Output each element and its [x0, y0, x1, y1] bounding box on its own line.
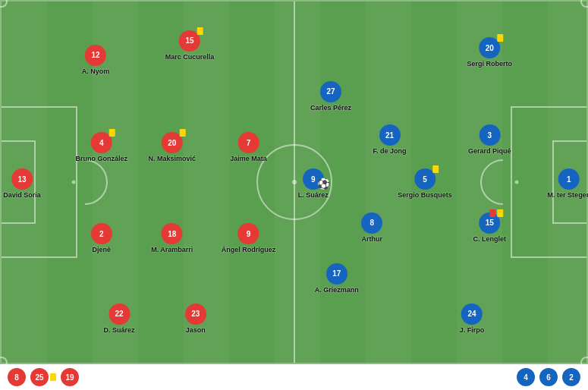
player-number: 22	[115, 310, 123, 318]
player-circle: 9	[238, 223, 259, 244]
player-m-ter-stegen[interactable]: 1 M. ter Stegen	[548, 168, 588, 199]
player-number: 12	[91, 51, 99, 59]
player-number: 20	[168, 139, 176, 147]
bottom-bar: 82519 462	[0, 364, 588, 390]
player-sergi-roberto[interactable]: 20 Sergi Roberto	[467, 37, 512, 68]
player-circle: 15	[179, 30, 200, 52]
player-n-maksimovic[interactable]: 20 N. Maksimović	[148, 132, 196, 162]
player-name: Marc Cucurella	[165, 53, 215, 61]
player-number: 7	[247, 139, 251, 147]
player-name: J. Firpo	[460, 326, 485, 334]
player-marc-cucurella[interactable]: 15 Marc Cucurella	[165, 30, 215, 61]
home-badge-8: 8	[8, 368, 26, 386]
second-yellow-card-icon	[497, 209, 503, 217]
player-number: 3	[487, 131, 492, 140]
away-badge-2: 2	[562, 368, 580, 386]
away-badge-6: 6	[539, 368, 558, 386]
player-jason[interactable]: 23 Jason	[185, 304, 206, 334]
player-number: 1	[567, 175, 571, 184]
badge-number: 8	[8, 368, 26, 386]
player-c-lenglet[interactable]: 15 C. Lenglet	[473, 212, 506, 243]
player-bruno-gonzalez[interactable]: 4 Bruno González	[75, 132, 127, 162]
player-number: 27	[326, 87, 335, 96]
player-name: N. Maksimović	[148, 155, 196, 162]
player-number: 9	[247, 230, 251, 238]
yellow-card-icon	[497, 34, 503, 42]
player-circle: 23	[185, 304, 206, 325]
player-sergio-busquets[interactable]: 5 Sergio Busquets	[398, 168, 452, 199]
penalty-dot-left	[72, 181, 76, 184]
player-name: Bruno González	[75, 155, 127, 162]
player-number: 2	[99, 230, 104, 238]
away-badge-4: 4	[517, 368, 535, 386]
center-dot	[292, 180, 297, 184]
badge-number: 25	[30, 368, 49, 386]
player-number: 18	[168, 230, 176, 238]
yellow-card-icon	[180, 129, 186, 137]
player-circle: 17	[326, 263, 347, 285]
penalty-dot-right	[515, 181, 519, 184]
player-name: A. Nyom	[82, 68, 110, 75]
player-carles-perez[interactable]: 27 Carles Pérez	[310, 81, 351, 112]
player-gerard-pique[interactable]: 3 Gerard Piqué	[468, 124, 511, 155]
player-djene[interactable]: 2 Djenè	[91, 223, 112, 253]
player-name: F. de Jong	[373, 147, 406, 155]
corner-br	[580, 357, 588, 369]
player-circle: 7	[238, 132, 259, 153]
player-a-nyom[interactable]: 12 A. Nyom	[82, 45, 110, 75]
player-name: Jaime Mata	[230, 155, 267, 162]
player-angel-rodriguez[interactable]: 9 Ángel Rodríguez	[222, 223, 276, 253]
player-number: 4	[99, 139, 104, 147]
player-number: 5	[423, 175, 427, 184]
home-badge-25: 25	[30, 368, 56, 386]
player-f-de-jong[interactable]: 21 F. de Jong	[373, 124, 406, 155]
player-number: 8	[369, 219, 374, 227]
player-name: Sergio Busquets	[398, 191, 452, 199]
player-arthur[interactable]: 8 Arthur	[361, 212, 382, 243]
badge-number: 19	[61, 368, 79, 386]
home-badge-19: 19	[61, 368, 79, 386]
player-number: 24	[467, 310, 476, 318]
player-j-firpo[interactable]: 24 J. Firpo	[460, 304, 485, 334]
corner-tr	[580, 0, 588, 8]
player-name: David Soria	[3, 191, 41, 199]
player-david-soria[interactable]: 13 David Soria	[3, 168, 41, 199]
home-substitutes: 82519	[8, 368, 79, 386]
player-a-griezmann[interactable]: 17 A. Griezmann	[315, 263, 359, 294]
player-name: Djenè	[92, 246, 111, 253]
player-name: L. Suárez	[298, 191, 329, 199]
player-circle: 18	[162, 223, 183, 244]
player-circle: 21	[379, 124, 400, 146]
badge-yellow-card-icon	[50, 373, 56, 381]
player-circle: 2	[91, 223, 112, 244]
football-pitch: 13 David Soria 12 A. Nyom 15 Marc Cucure…	[0, 0, 588, 364]
player-circle: 8	[361, 212, 382, 234]
player-d-suarez[interactable]: 22 D. Suárez	[103, 304, 134, 334]
player-circle: 12	[85, 45, 106, 66]
player-number: 20	[486, 44, 494, 52]
player-name: Ángel Rodríguez	[222, 246, 276, 253]
player-jaime-mata[interactable]: 7 Jaime Mata	[230, 132, 267, 162]
player-name: A. Griezmann	[315, 286, 359, 294]
player-circle: 5	[414, 168, 435, 190]
yellow-card-icon	[197, 27, 203, 35]
yellow-card-icon	[489, 209, 495, 217]
ball-icon: ⚽	[317, 178, 330, 190]
player-name: Jason	[186, 326, 206, 334]
yellow-card-icon	[432, 165, 439, 173]
player-circle: 4	[91, 132, 112, 153]
player-name: M. Arambarri	[151, 246, 193, 253]
player-name: C. Lenglet	[473, 235, 506, 243]
player-circle: 3	[479, 124, 500, 146]
player-circle: 1	[558, 168, 580, 190]
player-number: 17	[332, 269, 341, 278]
player-circle: 20	[479, 37, 500, 58]
yellow-card-icon	[109, 129, 115, 137]
player-name: Sergi Roberto	[467, 60, 512, 68]
player-name: M. ter Stegen	[548, 191, 588, 199]
player-m-arambarri[interactable]: 18 M. Arambarri	[151, 223, 193, 253]
player-circle: 24	[461, 304, 483, 325]
player-name: Gerard Piqué	[468, 147, 511, 155]
player-circle: 27	[320, 81, 341, 102]
player-circle: 15	[479, 212, 500, 234]
